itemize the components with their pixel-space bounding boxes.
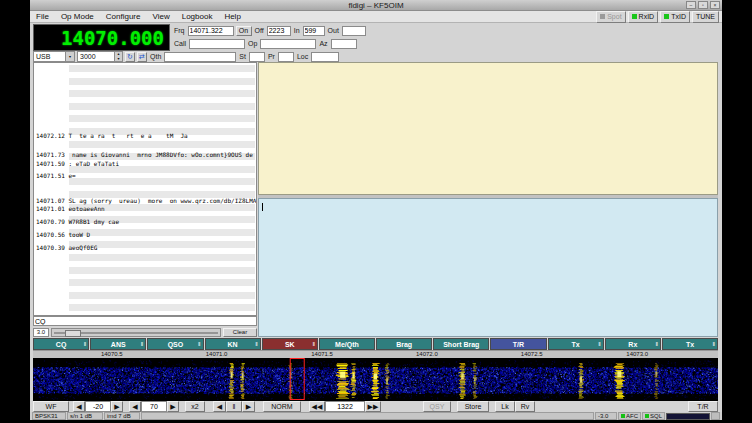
menu-bar: FileOp ModeConfigureViewLogbookHelp Spot… xyxy=(30,11,722,23)
macro-button-7-brag[interactable]: Brag xyxy=(376,338,432,350)
scroll-left-button[interactable]: ◀ xyxy=(213,401,226,412)
scale-label: 14071.0 xyxy=(206,351,228,357)
macro-button-9-tr[interactable]: T/R xyxy=(490,338,546,350)
browser-channel-stripes xyxy=(69,65,255,314)
bandwidth-counter[interactable]: 3000 ▴▾ xyxy=(77,51,123,62)
browser-row[interactable]: 14071.51 e= xyxy=(36,172,76,179)
rst-in-field[interactable] xyxy=(303,26,325,36)
mode-status-button[interactable]: BPSK31 xyxy=(32,412,66,420)
rst-out-field[interactable] xyxy=(342,26,366,36)
macro-button-4-kn[interactable]: KN‖ xyxy=(205,338,261,350)
close-button[interactable]: × xyxy=(710,1,720,9)
macro-button-3-qso[interactable]: QSO‖ xyxy=(147,338,203,350)
carrier-frequency-value: 1322 xyxy=(325,401,365,412)
pause-button[interactable]: ‖ xyxy=(226,401,242,412)
browser-search-input[interactable] xyxy=(33,316,257,326)
chevron-down-icon[interactable]: ▾ xyxy=(65,52,74,61)
qth-field[interactable] xyxy=(164,52,236,62)
slider-thumb[interactable] xyxy=(65,330,81,337)
carrier-up-button[interactable]: ▶▶ xyxy=(365,401,381,412)
macro-button-8-shortbrag[interactable]: Short Brag xyxy=(433,338,489,350)
off-label: Off xyxy=(254,27,265,34)
time-off-field[interactable] xyxy=(267,26,291,36)
lock-button[interactable]: Lk xyxy=(495,401,515,412)
desktop: { "window": { "title": "fldigi – KF5OIM"… xyxy=(0,0,752,423)
spot-button[interactable]: Spot xyxy=(596,11,625,23)
browser-row[interactable]: 14071.59 : eTaD eTaTati xyxy=(36,160,119,167)
window-controls: – ▫ × xyxy=(686,1,720,9)
carrier-down-button[interactable]: ◀◀ xyxy=(309,401,325,412)
macro-button-12-tx[interactable]: Tx‖ xyxy=(662,338,718,350)
menu-item-configure[interactable]: Configure xyxy=(100,12,147,21)
browser-row[interactable]: 14072.12 T te a ra t rt e a tM Ja xyxy=(36,132,188,139)
loc-field[interactable] xyxy=(311,52,339,62)
macro-button-6-meqth[interactable]: Me/Qth xyxy=(319,338,375,350)
menu-item-op-mode[interactable]: Op Mode xyxy=(55,12,100,21)
spin-down-icon[interactable]: ▾ xyxy=(114,57,122,62)
az-field[interactable] xyxy=(331,39,357,49)
title-bar[interactable]: fldigi – KF5OIM – ▫ × xyxy=(30,0,722,11)
macro-button-2-ans[interactable]: ANS‖ xyxy=(90,338,146,350)
macro-button-5-sk[interactable]: SK‖ xyxy=(262,338,318,350)
ref-level-decrease-button[interactable]: ◀ xyxy=(73,401,85,412)
scroll-right-button[interactable]: ▶ xyxy=(242,401,255,412)
transmit-text-pane[interactable] xyxy=(258,198,718,337)
waterfall-canvas[interactable] xyxy=(33,358,718,401)
minimize-button[interactable]: – xyxy=(686,1,696,9)
scale-label: 14070.5 xyxy=(101,351,123,357)
clear-button[interactable]: Clear xyxy=(223,328,257,337)
store-button[interactable]: Store xyxy=(457,401,489,412)
speed-select[interactable]: NORM xyxy=(263,401,301,412)
qth-label: Qth xyxy=(149,53,162,60)
qsy-button[interactable]: QSY xyxy=(423,401,451,412)
loc-label: Loc xyxy=(296,53,309,60)
reverse-button[interactable]: Rv xyxy=(515,401,535,412)
range-increase-button[interactable]: ▶ xyxy=(167,401,179,412)
time-on-button[interactable]: On xyxy=(236,26,252,36)
frequency-display[interactable]: 14070.000 xyxy=(33,24,170,51)
zoom-button[interactable]: x2 xyxy=(185,401,205,412)
range-decrease-button[interactable]: ◀ xyxy=(129,401,141,412)
sql-toggle[interactable]: SQL xyxy=(642,412,665,420)
browser-row[interactable]: 14070.56 tooW D xyxy=(36,231,90,238)
menu-item-logbook[interactable]: Logbook xyxy=(176,12,219,21)
afc-toggle[interactable]: AFC xyxy=(618,412,641,420)
browser-row[interactable]: 14071.01 eotoaeeAnn xyxy=(36,205,105,212)
spinner-arrows[interactable]: ▴▾ xyxy=(114,52,122,61)
txid-button[interactable]: TxID xyxy=(660,11,690,23)
frq-label: Frq xyxy=(173,27,186,34)
browser-row[interactable]: 14071.07 SL ag (sorry ureau) more on www… xyxy=(36,197,257,204)
rig-panel: 14070.000 Frq On Off In Out Call Op Az U… xyxy=(30,23,722,62)
macro-bar: CQ‖ANS‖QSO‖KN‖SK‖Me/QthBragShort BragT/R… xyxy=(33,338,718,350)
wf-mode-button[interactable]: WF xyxy=(33,401,69,412)
range-value: 70 xyxy=(141,401,167,412)
browser-row[interactable]: 14070.79 W7R8B1 dmy cae xyxy=(36,218,119,225)
macro-button-11-rx[interactable]: Rx‖ xyxy=(605,338,661,350)
tune-button[interactable]: TUNE xyxy=(692,11,719,23)
call-field[interactable] xyxy=(189,39,245,49)
txid-indicator-icon xyxy=(664,14,669,19)
signal-browser[interactable]: 14072.12 T te a ra t rt e a tM Ja14071.7… xyxy=(33,62,257,316)
browser-row[interactable]: 14070.39 aeoQf0EG xyxy=(36,244,97,251)
squelch-slider[interactable] xyxy=(51,328,221,337)
menu-item-help[interactable]: Help xyxy=(218,12,246,21)
menu-item-file[interactable]: File xyxy=(30,12,55,21)
pr-field[interactable] xyxy=(278,52,294,62)
ref-level-increase-button[interactable]: ▶ xyxy=(111,401,123,412)
receive-text-pane[interactable] xyxy=(258,62,718,195)
op-field[interactable] xyxy=(260,39,316,49)
tr-button[interactable]: T/R xyxy=(688,401,718,412)
macro-button-1-cq[interactable]: CQ‖ xyxy=(33,338,89,350)
sideband-select[interactable]: USB ▾ xyxy=(33,51,75,62)
window-title: fldigi – KF5OIM xyxy=(348,1,403,10)
menu-item-view[interactable]: View xyxy=(146,12,175,21)
swap-icon-button[interactable]: ⇄ xyxy=(137,52,147,62)
resize-grip[interactable] xyxy=(711,412,720,420)
macro-button-10-tx[interactable]: Tx‖ xyxy=(548,338,604,350)
browser-row[interactable]: 14071.73 name is Giovanni mrno JM88DVfo:… xyxy=(36,151,257,158)
st-field[interactable] xyxy=(249,52,265,62)
reload-icon-button[interactable]: ↻ xyxy=(125,52,135,62)
maximize-button[interactable]: ▫ xyxy=(698,1,708,9)
frequency-field[interactable] xyxy=(188,26,234,36)
rxid-button[interactable]: RxID xyxy=(628,11,659,23)
